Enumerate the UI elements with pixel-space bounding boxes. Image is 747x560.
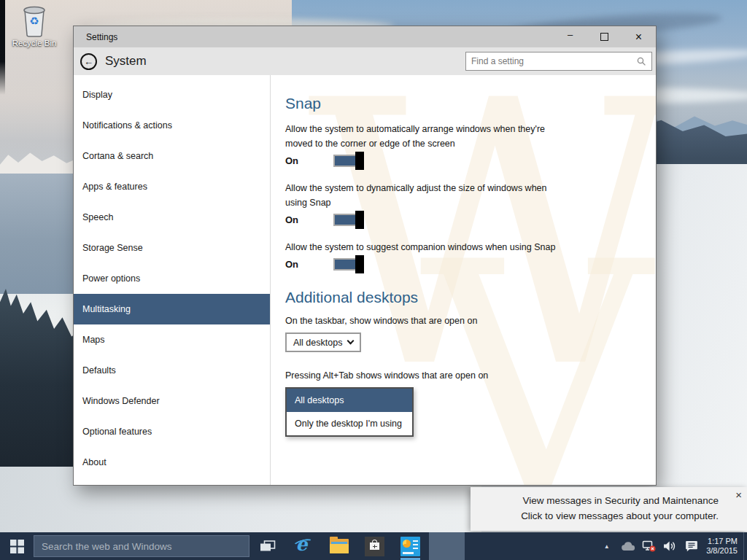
find-setting-searchbox[interactable] xyxy=(465,52,652,71)
snap-heading: Snap xyxy=(285,95,638,112)
find-setting-input[interactable] xyxy=(466,56,637,66)
toggle-2-state: On xyxy=(285,214,333,225)
settings-taskbar-button-active[interactable] xyxy=(429,532,465,560)
system-tray: ▲ xyxy=(596,532,747,560)
clock-date: 3/8/2015 xyxy=(706,546,738,556)
page-header: ← System xyxy=(74,47,656,75)
toast-line-1: View messages in Security and Maintenanc… xyxy=(521,493,719,508)
page-title: System xyxy=(105,54,147,69)
sidebar-item-notifications[interactable]: Notifications & actions xyxy=(74,110,270,141)
recycle-bin-shortcut[interactable]: ♻ Recycle Bin xyxy=(9,4,60,47)
toast-line-2: Click to view messages about your comput… xyxy=(521,508,719,524)
alttab-dropdown-open: All desktops Only the desktop I'm using xyxy=(285,387,414,437)
alttab-option-all-desktops[interactable]: All desktops xyxy=(287,389,412,412)
sidebar-item-speech[interactable]: Speech xyxy=(74,202,270,233)
toast-message: View messages in Security and Maintenanc… xyxy=(521,493,719,524)
snap-setting-1-text: Allow the system to automatically arrang… xyxy=(285,122,561,151)
back-button[interactable]: ← xyxy=(80,53,97,70)
maximize-button[interactable] xyxy=(587,26,622,47)
task-view-icon xyxy=(260,540,276,552)
additional-desktops-heading: Additional desktops xyxy=(285,289,638,306)
file-explorer-button[interactable] xyxy=(321,532,357,560)
taskbar: e xyxy=(0,532,747,560)
maximize-icon xyxy=(600,33,608,41)
toggle-3-state: On xyxy=(285,259,333,270)
tray-expand-button[interactable]: ▲ xyxy=(596,532,617,560)
volume-icon xyxy=(663,540,678,552)
desktop: ♻ Recycle Bin Settings – × ← System xyxy=(0,0,747,560)
notification-toast[interactable]: × View messages in Security and Maintena… xyxy=(471,487,747,531)
onedrive-tray-button[interactable] xyxy=(617,532,638,560)
internet-explorer-icon: e xyxy=(294,537,313,556)
money-app-button[interactable] xyxy=(392,532,428,560)
onedrive-cloud-icon xyxy=(621,542,635,551)
toggle-3-knob xyxy=(355,255,364,273)
toggle-1[interactable] xyxy=(333,155,364,167)
sidebar-item-storage[interactable]: Storage Sense xyxy=(74,233,270,263)
toast-close-icon[interactable]: × xyxy=(735,489,742,501)
recycle-bin-icon: ♻ xyxy=(20,4,49,38)
store-button[interactable] xyxy=(357,532,392,560)
sidebar-item-multitasking[interactable]: Multitasking xyxy=(74,294,270,324)
toggle-1-state: On xyxy=(285,155,333,166)
chevron-up-icon: ▲ xyxy=(604,543,610,550)
sidebar-item-cortana[interactable]: Cortana & search xyxy=(74,141,270,171)
settings-content: W V Snap Allow the system to automatical… xyxy=(271,75,656,485)
forest-mountain xyxy=(0,289,83,480)
snap-section: Snap Allow the system to automatically a… xyxy=(285,95,638,271)
toggle-3[interactable] xyxy=(333,258,364,271)
dark-edge xyxy=(0,0,5,95)
clock-time: 1:17 PM xyxy=(706,537,738,547)
window-title: Settings xyxy=(74,32,117,42)
show-desktop-button[interactable] xyxy=(743,532,747,560)
alttab-question: Pressing Alt+Tab shows windows that are … xyxy=(285,370,638,381)
taskbar-windows-dropdown[interactable]: All desktops xyxy=(285,332,361,352)
sidebar-item-display[interactable]: Display xyxy=(74,79,270,110)
taskbar-windows-dropdown-value: All desktops xyxy=(293,338,342,348)
sidebar-item-power[interactable]: Power options xyxy=(74,263,270,294)
action-center-icon xyxy=(685,540,698,552)
network-icon xyxy=(642,540,656,552)
close-button[interactable]: × xyxy=(622,26,656,47)
additional-desktops-section: Additional desktops On the taskbar, show… xyxy=(285,289,638,437)
alttab-option-only-desktop[interactable]: Only the desktop I'm using xyxy=(287,412,412,435)
sidebar-item-defaults[interactable]: Defaults xyxy=(74,355,270,386)
sidebar-item-apps[interactable]: Apps & features xyxy=(74,171,270,202)
taskbar-searchbox[interactable] xyxy=(34,535,249,557)
file-explorer-icon xyxy=(330,539,349,553)
back-arrow-icon: ← xyxy=(84,57,93,66)
sidebar-item-optional[interactable]: Optional features xyxy=(74,416,270,447)
task-view-button[interactable] xyxy=(249,532,285,560)
volume-tray-button[interactable] xyxy=(659,532,681,560)
start-button[interactable] xyxy=(0,532,34,560)
windows-logo-icon xyxy=(10,540,24,553)
action-center-button[interactable] xyxy=(681,532,702,560)
minimize-button[interactable]: – xyxy=(553,26,587,47)
taskbar-clock[interactable]: 1:17 PM 3/8/2015 xyxy=(706,537,738,556)
snap-setting-3-text: Allow the system to suggest companion wi… xyxy=(285,240,561,254)
toggle-2[interactable] xyxy=(333,214,364,226)
chevron-down-icon xyxy=(347,338,355,345)
taskbar-search-input[interactable] xyxy=(34,541,249,552)
money-app-icon xyxy=(400,537,420,556)
recycle-bin-label: Recycle Bin xyxy=(9,39,60,47)
taskbar-windows-question: On the taskbar, show windows that are op… xyxy=(285,316,638,326)
sidebar-item-defender[interactable]: Windows Defender xyxy=(74,386,270,416)
titlebar[interactable]: Settings – × xyxy=(74,26,656,47)
toggle-2-knob xyxy=(355,211,364,229)
sidebar-item-about[interactable]: About xyxy=(74,447,270,478)
sidebar-item-maps[interactable]: Maps xyxy=(74,324,270,355)
internet-explorer-button[interactable]: e xyxy=(285,532,321,560)
snap-setting-2-text: Allow the system to dynamically adjust t… xyxy=(285,181,561,210)
store-icon xyxy=(365,537,384,556)
settings-window: Settings – × ← System Display Notificati… xyxy=(73,26,657,486)
network-tray-button[interactable] xyxy=(638,532,659,560)
settings-sidebar: Display Notifications & actions Cortana … xyxy=(74,75,271,485)
toggle-1-knob xyxy=(355,152,364,170)
svg-text:♻: ♻ xyxy=(29,15,39,27)
search-icon xyxy=(637,57,646,66)
